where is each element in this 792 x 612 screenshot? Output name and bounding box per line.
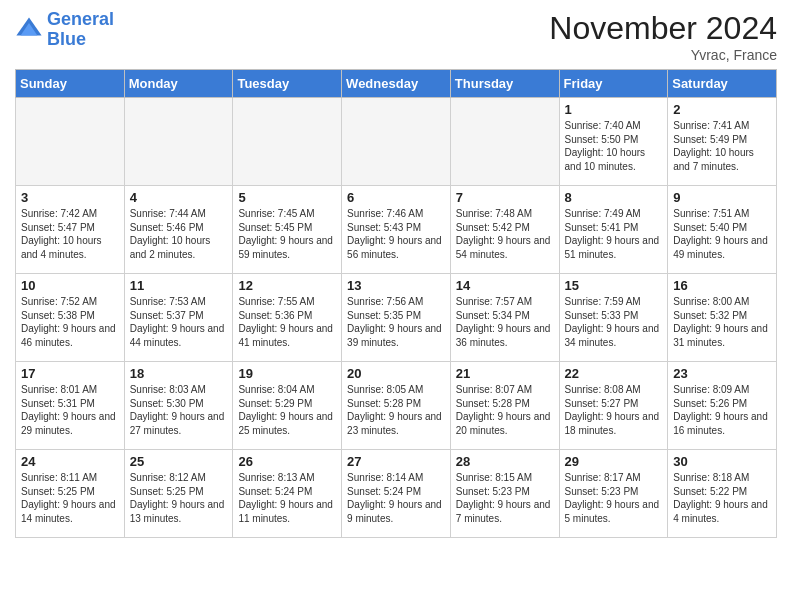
calendar-cell: 19Sunrise: 8:04 AM Sunset: 5:29 PM Dayli… <box>233 362 342 450</box>
day-detail: Sunrise: 7:44 AM Sunset: 5:46 PM Dayligh… <box>130 207 228 261</box>
day-number: 4 <box>130 190 228 205</box>
day-detail: Sunrise: 8:12 AM Sunset: 5:25 PM Dayligh… <box>130 471 228 525</box>
calendar-week-row: 24Sunrise: 8:11 AM Sunset: 5:25 PM Dayli… <box>16 450 777 538</box>
day-number: 8 <box>565 190 663 205</box>
logo-text: General Blue <box>47 10 114 50</box>
day-number: 13 <box>347 278 445 293</box>
day-detail: Sunrise: 7:53 AM Sunset: 5:37 PM Dayligh… <box>130 295 228 349</box>
calendar-cell: 2Sunrise: 7:41 AM Sunset: 5:49 PM Daylig… <box>668 98 777 186</box>
day-detail: Sunrise: 7:59 AM Sunset: 5:33 PM Dayligh… <box>565 295 663 349</box>
day-detail: Sunrise: 8:01 AM Sunset: 5:31 PM Dayligh… <box>21 383 119 437</box>
calendar-cell: 6Sunrise: 7:46 AM Sunset: 5:43 PM Daylig… <box>342 186 451 274</box>
calendar-cell: 9Sunrise: 7:51 AM Sunset: 5:40 PM Daylig… <box>668 186 777 274</box>
day-detail: Sunrise: 7:49 AM Sunset: 5:41 PM Dayligh… <box>565 207 663 261</box>
calendar-cell <box>16 98 125 186</box>
day-number: 17 <box>21 366 119 381</box>
page-header: General Blue November 2024 Yvrac, France <box>15 10 777 63</box>
day-number: 19 <box>238 366 336 381</box>
calendar-cell: 25Sunrise: 8:12 AM Sunset: 5:25 PM Dayli… <box>124 450 233 538</box>
day-number: 12 <box>238 278 336 293</box>
calendar-cell: 21Sunrise: 8:07 AM Sunset: 5:28 PM Dayli… <box>450 362 559 450</box>
day-detail: Sunrise: 7:48 AM Sunset: 5:42 PM Dayligh… <box>456 207 554 261</box>
day-number: 22 <box>565 366 663 381</box>
calendar-cell <box>342 98 451 186</box>
calendar-cell: 7Sunrise: 7:48 AM Sunset: 5:42 PM Daylig… <box>450 186 559 274</box>
calendar-week-row: 10Sunrise: 7:52 AM Sunset: 5:38 PM Dayli… <box>16 274 777 362</box>
calendar-cell: 8Sunrise: 7:49 AM Sunset: 5:41 PM Daylig… <box>559 186 668 274</box>
weekday-header: Monday <box>124 70 233 98</box>
calendar-cell: 30Sunrise: 8:18 AM Sunset: 5:22 PM Dayli… <box>668 450 777 538</box>
day-number: 14 <box>456 278 554 293</box>
day-detail: Sunrise: 8:08 AM Sunset: 5:27 PM Dayligh… <box>565 383 663 437</box>
weekday-header: Thursday <box>450 70 559 98</box>
weekday-header: Saturday <box>668 70 777 98</box>
calendar-cell: 1Sunrise: 7:40 AM Sunset: 5:50 PM Daylig… <box>559 98 668 186</box>
title-area: November 2024 Yvrac, France <box>549 10 777 63</box>
logo: General Blue <box>15 10 114 50</box>
weekday-header: Sunday <box>16 70 125 98</box>
day-number: 9 <box>673 190 771 205</box>
calendar-cell <box>450 98 559 186</box>
calendar-cell: 20Sunrise: 8:05 AM Sunset: 5:28 PM Dayli… <box>342 362 451 450</box>
day-detail: Sunrise: 8:17 AM Sunset: 5:23 PM Dayligh… <box>565 471 663 525</box>
day-number: 6 <box>347 190 445 205</box>
calendar-cell: 14Sunrise: 7:57 AM Sunset: 5:34 PM Dayli… <box>450 274 559 362</box>
calendar-cell: 27Sunrise: 8:14 AM Sunset: 5:24 PM Dayli… <box>342 450 451 538</box>
calendar-cell: 15Sunrise: 7:59 AM Sunset: 5:33 PM Dayli… <box>559 274 668 362</box>
day-number: 5 <box>238 190 336 205</box>
day-number: 23 <box>673 366 771 381</box>
location: Yvrac, France <box>549 47 777 63</box>
day-detail: Sunrise: 8:03 AM Sunset: 5:30 PM Dayligh… <box>130 383 228 437</box>
calendar-cell: 16Sunrise: 8:00 AM Sunset: 5:32 PM Dayli… <box>668 274 777 362</box>
day-detail: Sunrise: 8:09 AM Sunset: 5:26 PM Dayligh… <box>673 383 771 437</box>
logo-line1: General <box>47 9 114 29</box>
calendar-cell: 13Sunrise: 7:56 AM Sunset: 5:35 PM Dayli… <box>342 274 451 362</box>
calendar-cell: 28Sunrise: 8:15 AM Sunset: 5:23 PM Dayli… <box>450 450 559 538</box>
day-detail: Sunrise: 7:57 AM Sunset: 5:34 PM Dayligh… <box>456 295 554 349</box>
day-detail: Sunrise: 7:55 AM Sunset: 5:36 PM Dayligh… <box>238 295 336 349</box>
logo-line2: Blue <box>47 29 86 49</box>
day-detail: Sunrise: 7:56 AM Sunset: 5:35 PM Dayligh… <box>347 295 445 349</box>
day-detail: Sunrise: 8:13 AM Sunset: 5:24 PM Dayligh… <box>238 471 336 525</box>
day-number: 20 <box>347 366 445 381</box>
calendar-cell <box>233 98 342 186</box>
day-detail: Sunrise: 8:15 AM Sunset: 5:23 PM Dayligh… <box>456 471 554 525</box>
calendar-week-row: 1Sunrise: 7:40 AM Sunset: 5:50 PM Daylig… <box>16 98 777 186</box>
day-number: 25 <box>130 454 228 469</box>
day-number: 26 <box>238 454 336 469</box>
calendar-cell: 12Sunrise: 7:55 AM Sunset: 5:36 PM Dayli… <box>233 274 342 362</box>
day-detail: Sunrise: 8:00 AM Sunset: 5:32 PM Dayligh… <box>673 295 771 349</box>
day-detail: Sunrise: 8:18 AM Sunset: 5:22 PM Dayligh… <box>673 471 771 525</box>
day-detail: Sunrise: 7:45 AM Sunset: 5:45 PM Dayligh… <box>238 207 336 261</box>
day-detail: Sunrise: 7:40 AM Sunset: 5:50 PM Dayligh… <box>565 119 663 173</box>
calendar-cell: 17Sunrise: 8:01 AM Sunset: 5:31 PM Dayli… <box>16 362 125 450</box>
day-number: 16 <box>673 278 771 293</box>
weekday-header-row: SundayMondayTuesdayWednesdayThursdayFrid… <box>16 70 777 98</box>
calendar-cell: 23Sunrise: 8:09 AM Sunset: 5:26 PM Dayli… <box>668 362 777 450</box>
calendar-cell: 10Sunrise: 7:52 AM Sunset: 5:38 PM Dayli… <box>16 274 125 362</box>
day-detail: Sunrise: 8:07 AM Sunset: 5:28 PM Dayligh… <box>456 383 554 437</box>
day-detail: Sunrise: 7:51 AM Sunset: 5:40 PM Dayligh… <box>673 207 771 261</box>
day-number: 11 <box>130 278 228 293</box>
day-detail: Sunrise: 7:41 AM Sunset: 5:49 PM Dayligh… <box>673 119 771 173</box>
calendar-cell: 29Sunrise: 8:17 AM Sunset: 5:23 PM Dayli… <box>559 450 668 538</box>
day-number: 28 <box>456 454 554 469</box>
day-number: 27 <box>347 454 445 469</box>
day-detail: Sunrise: 8:11 AM Sunset: 5:25 PM Dayligh… <box>21 471 119 525</box>
month-title: November 2024 <box>549 10 777 47</box>
weekday-header: Wednesday <box>342 70 451 98</box>
calendar-cell: 3Sunrise: 7:42 AM Sunset: 5:47 PM Daylig… <box>16 186 125 274</box>
day-number: 30 <box>673 454 771 469</box>
day-number: 7 <box>456 190 554 205</box>
calendar-cell: 22Sunrise: 8:08 AM Sunset: 5:27 PM Dayli… <box>559 362 668 450</box>
calendar-cell: 4Sunrise: 7:44 AM Sunset: 5:46 PM Daylig… <box>124 186 233 274</box>
day-number: 21 <box>456 366 554 381</box>
day-detail: Sunrise: 8:05 AM Sunset: 5:28 PM Dayligh… <box>347 383 445 437</box>
calendar-table: SundayMondayTuesdayWednesdayThursdayFrid… <box>15 69 777 538</box>
day-number: 24 <box>21 454 119 469</box>
calendar-cell: 26Sunrise: 8:13 AM Sunset: 5:24 PM Dayli… <box>233 450 342 538</box>
weekday-header: Tuesday <box>233 70 342 98</box>
day-number: 3 <box>21 190 119 205</box>
day-detail: Sunrise: 8:04 AM Sunset: 5:29 PM Dayligh… <box>238 383 336 437</box>
day-number: 10 <box>21 278 119 293</box>
